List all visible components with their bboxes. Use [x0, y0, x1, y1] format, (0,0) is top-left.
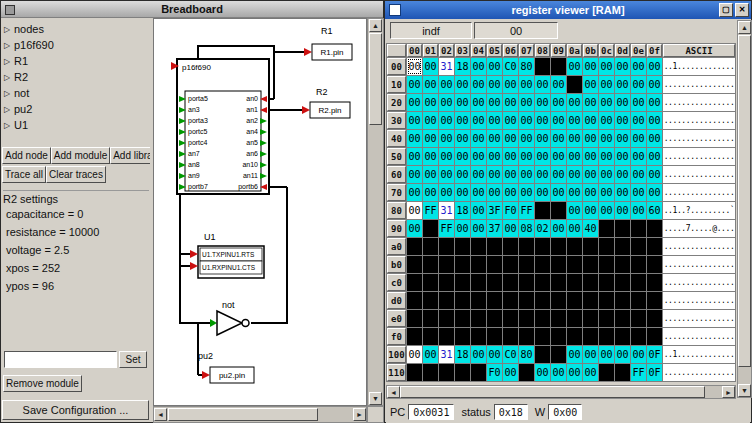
ram-cell[interactable]: 00 [471, 58, 486, 75]
ram-cell[interactable] [535, 256, 550, 273]
ram-cell[interactable] [519, 238, 534, 255]
ram-cell[interactable]: 00 [519, 184, 534, 201]
ram-cell[interactable] [615, 310, 630, 327]
ram-cell[interactable] [455, 238, 470, 255]
ram-cell[interactable]: 00 [455, 76, 470, 93]
ram-cell[interactable] [551, 274, 566, 291]
ram-vscrollbar[interactable]: ▲ ▼ [737, 20, 752, 398]
ram-cell[interactable]: FF [519, 202, 534, 219]
scroll-thumb[interactable] [168, 408, 318, 421]
ram-cell[interactable] [471, 238, 486, 255]
ram-cell[interactable] [583, 256, 598, 273]
ram-cell[interactable]: 00 [407, 76, 422, 93]
ram-cell[interactable] [471, 364, 486, 381]
ram-cell[interactable]: 00 [519, 130, 534, 147]
ram-cell[interactable] [423, 256, 438, 273]
ram-cell[interactable] [615, 292, 630, 309]
ram-cell[interactable]: F0 [487, 364, 502, 381]
ram-cell[interactable]: 00 [599, 76, 614, 93]
ram-cell[interactable]: 00 [615, 346, 630, 363]
ram-cell[interactable] [567, 310, 582, 327]
ram-cell[interactable] [423, 292, 438, 309]
ram-cell[interactable] [519, 328, 534, 345]
ram-cell[interactable] [487, 310, 502, 327]
ram-cell[interactable]: 00 [471, 94, 486, 111]
expander-icon[interactable]: ▷ [4, 105, 14, 114]
save-configuration-button[interactable]: Save Configuration ... [2, 400, 149, 420]
ram-cell[interactable]: 00 [471, 148, 486, 165]
ram-cell[interactable]: C0 [503, 58, 518, 75]
set-button[interactable]: Set [119, 351, 147, 368]
ram-cell[interactable]: 00 [615, 112, 630, 129]
ram-cell[interactable] [487, 256, 502, 273]
ram-cell[interactable] [551, 292, 566, 309]
ram-cell[interactable] [647, 310, 662, 327]
ram-cell[interactable]: 00 [567, 58, 582, 75]
ram-cell[interactable]: 00 [407, 166, 422, 183]
ram-cell[interactable] [599, 256, 614, 273]
ram-cell[interactable] [599, 328, 614, 345]
scroll-right-button[interactable]: ► [353, 408, 366, 421]
ram-cell[interactable]: 00 [647, 166, 662, 183]
ram-cell[interactable]: 00 [615, 130, 630, 147]
ram-cell[interactable]: 00 [487, 94, 502, 111]
ram-cell[interactable] [567, 274, 582, 291]
expander-icon[interactable]: ▷ [4, 73, 14, 82]
tree-item-pu2[interactable]: ▷pu2 [4, 101, 149, 117]
ram-cell[interactable] [551, 346, 566, 363]
ram-cell[interactable] [551, 202, 566, 219]
ram-cell[interactable]: 00 [423, 184, 438, 201]
ram-cell[interactable] [631, 310, 646, 327]
ram-cell[interactable] [647, 328, 662, 345]
trace-all-button[interactable]: Trace all [2, 166, 46, 183]
ram-cell[interactable]: 00 [407, 220, 422, 237]
tree-item-U1[interactable]: ▷U1 [4, 117, 149, 133]
ram-cell[interactable]: 00 [455, 166, 470, 183]
ram-cell[interactable]: 00 [631, 58, 646, 75]
ram-cell[interactable]: 00 [519, 76, 534, 93]
ram-cell[interactable] [423, 310, 438, 327]
ram-cell[interactable]: 00 [423, 112, 438, 129]
ram-cell[interactable]: 00 [455, 112, 470, 129]
ram-cell[interactable] [647, 238, 662, 255]
ram-cell[interactable]: 00 [615, 58, 630, 75]
ram-cell[interactable]: 00 [599, 130, 614, 147]
ram-cell[interactable]: 00 [551, 112, 566, 129]
ram-cell[interactable]: 80 [519, 58, 534, 75]
ram-cell[interactable]: 00 [647, 58, 662, 75]
expander-icon[interactable]: ▷ [4, 89, 14, 98]
ram-cell[interactable] [439, 274, 454, 291]
ram-cell[interactable]: 00 [631, 166, 646, 183]
ram-cell[interactable] [583, 310, 598, 327]
ram-cell[interactable]: 00 [471, 76, 486, 93]
ram-cell[interactable] [647, 292, 662, 309]
ram-cell[interactable]: 00 [471, 166, 486, 183]
ram-cell[interactable]: 00 [503, 220, 518, 237]
ram-cell[interactable] [519, 256, 534, 273]
ram-cell[interactable]: 00 [487, 148, 502, 165]
ram-cell[interactable]: 00 [519, 112, 534, 129]
ram-cell[interactable] [503, 274, 518, 291]
ram-cell[interactable] [423, 238, 438, 255]
ram-cell[interactable]: 00 [583, 76, 598, 93]
ram-cell[interactable] [503, 310, 518, 327]
ram-cell[interactable] [615, 220, 630, 237]
ram-cell[interactable] [551, 256, 566, 273]
maximize-button[interactable]: ▢ [719, 3, 733, 17]
ram-cell[interactable] [631, 256, 646, 273]
ram-cell[interactable]: 00 [407, 112, 422, 129]
ram-cell[interactable]: 00 [535, 148, 550, 165]
ram-cell[interactable] [535, 202, 550, 219]
ram-cell[interactable] [631, 328, 646, 345]
module-pu2[interactable]: pu2 pu2.pin [198, 351, 254, 383]
ram-cell[interactable] [535, 238, 550, 255]
ram-cell[interactable]: 37 [487, 220, 502, 237]
ram-cell[interactable] [615, 238, 630, 255]
ram-cell[interactable] [631, 220, 646, 237]
ram-cell[interactable]: 60 [647, 202, 662, 219]
ram-cell[interactable] [567, 238, 582, 255]
ram-cell[interactable] [503, 238, 518, 255]
ram-cell[interactable]: 00 [423, 130, 438, 147]
ram-cell[interactable] [567, 328, 582, 345]
ram-cell[interactable]: 00 [615, 94, 630, 111]
